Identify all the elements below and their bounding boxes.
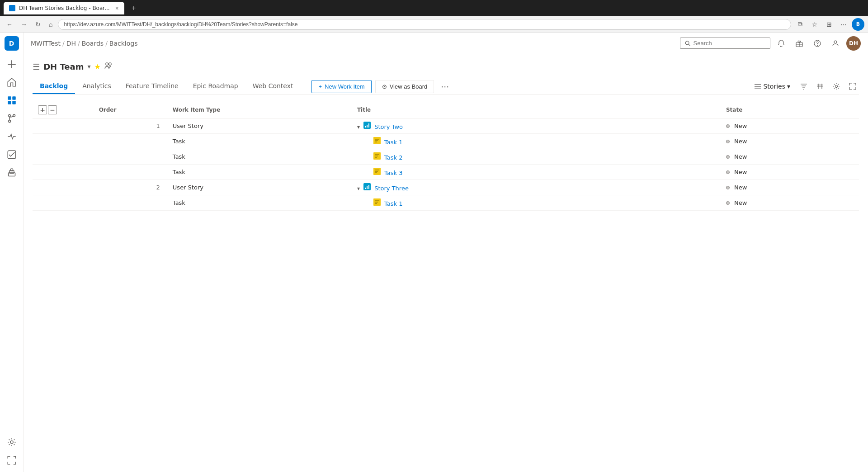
row-type: User Story xyxy=(167,180,352,195)
collapse-all-button[interactable]: − xyxy=(48,105,57,114)
tab-backlog[interactable]: Backlog xyxy=(33,79,75,94)
rail-item-testplans[interactable] xyxy=(4,146,20,163)
task-svg xyxy=(373,137,381,144)
new-work-item-button[interactable]: + New Work Item xyxy=(311,80,371,93)
new-tab-button[interactable]: + xyxy=(128,2,139,14)
state-text: New xyxy=(734,153,747,160)
notifications-icon[interactable] xyxy=(774,36,788,51)
svg-rect-2 xyxy=(8,101,11,104)
refresh-button[interactable]: ↻ xyxy=(33,19,43,30)
row-chevron-icon[interactable]: ▾ xyxy=(357,185,360,192)
breadcrumb: MWITTest / DH / Boards / Backlogs xyxy=(31,40,137,47)
address-bar[interactable] xyxy=(58,19,791,30)
extensions-icon[interactable]: ⧉ xyxy=(794,18,807,31)
svg-point-12 xyxy=(685,41,689,44)
state-dot xyxy=(726,124,730,128)
svg-rect-10 xyxy=(10,169,13,171)
tab-web-context[interactable]: Web Context xyxy=(245,79,301,94)
top-nav: MWITTest / DH / Boards / Backlogs xyxy=(24,33,868,54)
tab-analytics[interactable]: Analytics xyxy=(75,79,118,94)
expand-icon[interactable] xyxy=(846,80,859,93)
browser-menu-icon[interactable]: ⋯ xyxy=(837,18,850,31)
breadcrumb-mwittest[interactable]: MWITTest xyxy=(31,40,61,47)
table-row: Task Task 1 New xyxy=(33,134,859,149)
edge-profile[interactable]: B xyxy=(852,18,864,31)
side-rail: D xyxy=(0,33,24,472)
page-title[interactable]: DH Team xyxy=(43,62,84,71)
favorite-icon[interactable]: ★ xyxy=(94,62,100,71)
filter-icon[interactable] xyxy=(797,80,810,93)
help-icon[interactable] xyxy=(810,36,825,51)
tab-close-button[interactable]: ✕ xyxy=(115,6,119,11)
column-settings-icon[interactable] xyxy=(830,80,843,93)
user-settings-icon[interactable] xyxy=(828,36,843,51)
backlog-table: + − Order Work Item Type Title State xyxy=(33,102,859,211)
breadcrumb-dh[interactable]: DH xyxy=(66,40,76,47)
svg-point-19 xyxy=(835,85,838,88)
row-title[interactable]: Story Two xyxy=(374,123,403,130)
forward-button[interactable]: → xyxy=(18,19,30,30)
svg-rect-23 xyxy=(368,123,369,127)
row-state: New xyxy=(721,149,859,165)
collections-icon[interactable]: ⊞ xyxy=(823,18,835,31)
row-title[interactable]: Task 3 xyxy=(384,170,402,176)
back-button[interactable]: ← xyxy=(4,19,15,30)
rail-add-button[interactable] xyxy=(4,56,20,72)
task-icon xyxy=(373,152,381,160)
rail-item-pipelines[interactable] xyxy=(4,128,20,145)
row-chevron-icon[interactable]: ▾ xyxy=(357,124,360,130)
rail-item-home[interactable] xyxy=(4,74,20,90)
row-title[interactable]: Story Three xyxy=(374,185,409,192)
search-input[interactable] xyxy=(693,40,765,47)
view-as-board-button[interactable]: ⊙ View as Board xyxy=(375,80,434,93)
org-icon[interactable]: D xyxy=(5,36,19,51)
browser-tab[interactable]: DH Team Stories Backlog - Boar... ✕ xyxy=(4,2,124,14)
view-as-board-label: View as Board xyxy=(390,83,428,90)
gift-icon[interactable] xyxy=(792,36,807,51)
page-header: ☰ DH Team ▾ ★ xyxy=(33,61,859,71)
breadcrumb-sep-3: / xyxy=(105,40,108,47)
row-order: 2 xyxy=(94,180,167,195)
rail-item-boards[interactable] xyxy=(4,92,20,109)
group-icon[interactable] xyxy=(814,80,826,93)
state-text: New xyxy=(734,138,747,145)
tab-feature-timeline[interactable]: Feature Timeline xyxy=(118,79,186,94)
row-type: Task xyxy=(167,195,352,211)
row-order xyxy=(94,134,167,149)
user-story-icon xyxy=(363,122,371,129)
browser-nav: ← → ↻ ⌂ ⧉ ☆ ⊞ ⋯ B xyxy=(0,16,868,33)
row-state: New xyxy=(721,134,859,149)
stories-chevron-icon: ▾ xyxy=(787,83,790,90)
svg-rect-29 xyxy=(367,186,368,189)
menu-icon[interactable]: ☰ xyxy=(33,62,40,71)
row-title[interactable]: Task 1 xyxy=(384,200,402,207)
tab-divider xyxy=(304,81,304,92)
rail-item-artifacts[interactable] xyxy=(4,165,20,181)
row-title[interactable]: Task 2 xyxy=(384,154,402,161)
stories-dropdown[interactable]: Stories ▾ xyxy=(750,81,794,92)
title-dropdown-icon[interactable]: ▾ xyxy=(87,63,90,70)
more-options-button[interactable]: ⋯ xyxy=(438,79,452,94)
svg-point-16 xyxy=(834,41,837,43)
avatar[interactable]: DH xyxy=(846,36,861,51)
tabs-bar: Backlog Analytics Feature Timeline Epic … xyxy=(33,79,859,94)
search-box[interactable] xyxy=(680,38,770,49)
tab-epic-roadmap[interactable]: Epic Roadmap xyxy=(186,79,245,94)
favorites-icon[interactable]: ☆ xyxy=(808,18,821,31)
breadcrumb-boards[interactable]: Boards xyxy=(82,40,104,47)
row-title[interactable]: Task 1 xyxy=(384,139,402,146)
home-button[interactable]: ⌂ xyxy=(46,19,55,30)
breadcrumb-backlogs[interactable]: Backlogs xyxy=(109,40,138,47)
state-text: New xyxy=(734,169,747,175)
rail-settings-icon[interactable] xyxy=(4,434,20,450)
state-dot xyxy=(726,186,730,189)
table-row: Task Task 2 New xyxy=(33,149,859,165)
rail-expand-icon[interactable] xyxy=(4,452,20,468)
expand-all-button[interactable]: + xyxy=(38,105,47,114)
table-body: 1 User Story ▾ xyxy=(33,118,859,211)
list-icon xyxy=(754,83,761,90)
user-story-icon xyxy=(363,183,371,190)
team-icon[interactable] xyxy=(104,61,113,71)
rail-item-repos[interactable] xyxy=(4,110,20,127)
row-state: New xyxy=(721,195,859,211)
